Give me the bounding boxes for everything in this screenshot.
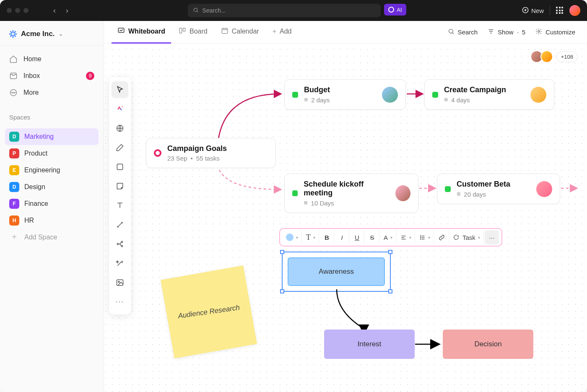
space-item-hr[interactable]: HHR	[5, 212, 99, 229]
tool-image[interactable]	[112, 274, 128, 291]
assignee-avatar[interactable]	[382, 87, 398, 103]
space-label: Design	[24, 183, 45, 191]
status-dot	[292, 92, 298, 98]
svg-point-21	[421, 237, 421, 237]
presence-count[interactable]: +108	[556, 52, 578, 62]
calendar-icon	[221, 27, 229, 36]
bold-button[interactable]: B	[320, 230, 334, 244]
workspace-selector[interactable]: Acme Inc. ⌄	[0, 21, 104, 45]
add-space[interactable]: +Add Space	[5, 229, 99, 245]
shape-interest[interactable]: Interest	[324, 330, 415, 359]
tool-more[interactable]: ···	[112, 293, 128, 310]
card-title: Customer Beta	[457, 180, 510, 189]
space-icon: D	[9, 182, 19, 192]
tab-board[interactable]: Board	[173, 21, 213, 44]
action-show[interactable]: Show · 5	[483, 28, 530, 36]
svg-rect-14	[117, 164, 122, 169]
list-icon: ≡	[304, 199, 307, 207]
action-search[interactable]: Search	[444, 28, 482, 36]
plus-icon: +	[9, 232, 19, 242]
align-button[interactable]: ▾	[397, 230, 415, 244]
list-icon: ≡	[457, 190, 460, 198]
action-customize[interactable]: Customize	[531, 28, 579, 36]
card-campaign-goals[interactable]: Campaign Goals 23 Sep•55 tasks	[146, 138, 276, 168]
tool-magic[interactable]	[112, 255, 128, 272]
tab-add[interactable]: + Add	[267, 21, 298, 44]
link-button[interactable]	[435, 230, 449, 244]
maximize-dot[interactable]	[23, 8, 29, 13]
shape-decision[interactable]: Decision	[443, 330, 533, 359]
assignee-avatar[interactable]	[530, 87, 546, 103]
fill-color[interactable]: ▾	[283, 230, 302, 244]
card-customer-beta[interactable]: Customer Beta ≡20 days	[437, 174, 560, 204]
space-label: Finance	[24, 200, 48, 208]
svg-rect-6	[118, 28, 124, 33]
space-item-engineering[interactable]: EEngineering	[5, 162, 99, 179]
space-icon: E	[9, 165, 19, 175]
apps-grid-icon[interactable]	[556, 7, 564, 14]
svg-rect-8	[183, 28, 185, 31]
ai-button[interactable]: AI	[384, 4, 406, 16]
nav-inbox[interactable]: Inbox 9	[5, 67, 99, 84]
forward-button[interactable]: ›	[62, 5, 72, 16]
tool-connector[interactable]	[112, 216, 128, 233]
search-icon	[448, 28, 455, 36]
card-budget[interactable]: Budget ≡2 days	[284, 79, 406, 110]
home-icon	[9, 55, 18, 63]
italic-button[interactable]: I	[335, 230, 349, 244]
space-item-design[interactable]: DDesign	[5, 179, 99, 195]
back-button[interactable]: ‹	[49, 5, 60, 16]
tab-whiteboard[interactable]: Whiteboard	[112, 21, 171, 44]
window-controls	[7, 8, 29, 13]
tool-select[interactable]	[112, 81, 128, 98]
assignee-avatar[interactable]	[395, 185, 410, 201]
space-item-marketing[interactable]: DMarketing	[5, 128, 99, 145]
global-search[interactable]: Search...	[188, 4, 381, 17]
space-label: Product	[24, 150, 47, 157]
svg-point-16	[121, 241, 122, 242]
whiteboard-toolbar: + ···	[109, 77, 131, 314]
font-family[interactable]: T▾	[303, 230, 319, 244]
underline-button[interactable]: U	[350, 230, 364, 244]
svg-point-11	[538, 31, 540, 32]
nav-more[interactable]: More	[5, 84, 99, 101]
ai-icon	[388, 7, 394, 13]
space-item-product[interactable]: PProduct	[5, 145, 99, 162]
svg-point-0	[194, 8, 197, 11]
tool-pen[interactable]	[112, 139, 128, 156]
svg-point-3	[12, 92, 13, 93]
card-title: Create Campaign	[444, 86, 506, 94]
text-color[interactable]: A▾	[380, 230, 396, 244]
svg-rect-7	[179, 28, 182, 33]
svg-point-17	[121, 245, 122, 247]
tool-shape[interactable]	[112, 158, 128, 175]
strike-button[interactable]: S	[365, 230, 379, 244]
minimize-dot[interactable]	[15, 8, 20, 13]
tool-text[interactable]	[112, 197, 128, 214]
tool-web[interactable]	[112, 120, 128, 137]
tab-calendar[interactable]: Calendar	[215, 21, 265, 44]
list-button[interactable]: ▾	[416, 230, 434, 244]
sticky-note[interactable]: Audience Research	[161, 265, 257, 358]
search-icon	[193, 7, 199, 14]
tool-ai[interactable]: +	[112, 101, 128, 117]
nav-home[interactable]: Home	[5, 51, 99, 67]
user-avatar[interactable]	[569, 5, 580, 16]
card-create-campaign[interactable]: Create Campaign ≡4 days	[424, 79, 554, 110]
spaces-heading: Spaces	[0, 106, 104, 123]
whiteboard-canvas[interactable]: +108 + ···	[104, 44, 587, 392]
titlebar: ‹ › Search... AI New	[0, 0, 587, 21]
tool-mindmap[interactable]	[112, 236, 128, 252]
close-dot[interactable]	[7, 8, 12, 13]
convert-task[interactable]: Task▾	[450, 230, 484, 244]
tool-sticky[interactable]	[112, 178, 128, 195]
more-button[interactable]: ···	[485, 230, 499, 244]
card-kickoff[interactable]: Schedule kickoff meeting ≡10 Days	[284, 174, 418, 213]
space-item-finance[interactable]: FFinance	[5, 195, 99, 212]
status-ring-icon	[154, 149, 161, 157]
svg-point-22	[421, 239, 421, 239]
shape-awareness[interactable]: Awareness	[288, 257, 385, 286]
presence-avatar[interactable]	[540, 50, 553, 63]
new-button[interactable]: New	[522, 7, 544, 15]
assignee-avatar[interactable]	[536, 181, 552, 197]
